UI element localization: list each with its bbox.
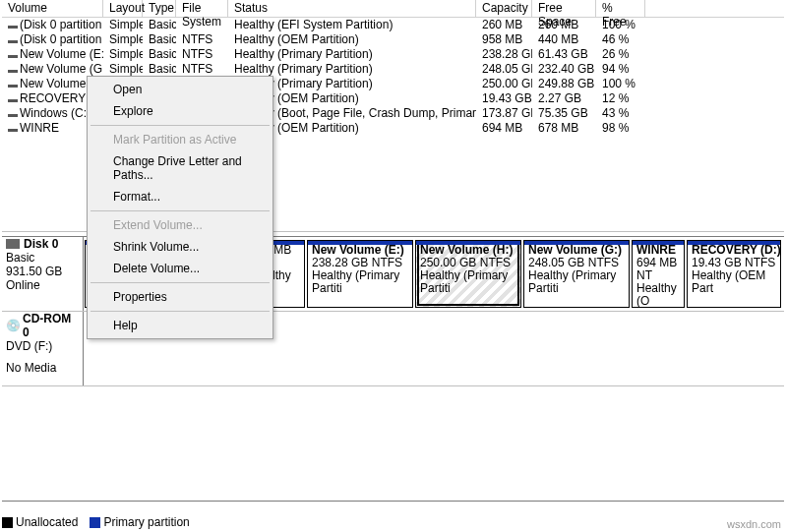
legend-primary-label: Primary partition	[103, 515, 189, 529]
disk-icon	[6, 239, 20, 249]
disk-0-info[interactable]: Disk 0 Basic 931.50 GB Online	[2, 237, 84, 311]
col-capacity[interactable]: Capacity	[476, 0, 532, 17]
partition-block[interactable]: New Volume (E:)238.28 GB NTFSHealthy (Pr…	[307, 240, 413, 308]
table-row[interactable]: (Disk 0 partition 4)SimpleBasicNTFSHealt…	[2, 32, 784, 47]
ctx-open[interactable]: Open	[90, 79, 271, 100]
ctx-format[interactable]: Format...	[90, 186, 271, 207]
col-percentfree[interactable]: % Free	[596, 0, 645, 17]
ctx-delete-volume[interactable]: Delete Volume...	[90, 258, 271, 279]
table-row[interactable]: New Volume (E:)SimpleBasicNTFSHealthy (P…	[2, 47, 784, 62]
context-menu: Open Explore Mark Partition as Active Ch…	[87, 76, 273, 339]
table-row[interactable]: New Volume (G:)SimpleBasicNTFSHealthy (P…	[2, 62, 784, 77]
col-layout[interactable]: Layout	[103, 0, 143, 17]
ctx-properties[interactable]: Properties	[90, 286, 271, 308]
legend: Unallocated Primary partition	[2, 515, 190, 529]
watermark: wsxdn.com	[727, 518, 781, 530]
cdrom-info[interactable]: 💿CD-ROM 0 DVD (F:) No Media	[2, 312, 84, 385]
volume-list-header: Volume Layout Type File System Status Ca…	[2, 0, 784, 18]
legend-unallocated-label: Unallocated	[16, 515, 78, 529]
partition-block[interactable]: New Volume (H:)250.00 GB NTFSHealthy (Pr…	[415, 240, 521, 308]
col-volume[interactable]: Volume	[2, 0, 103, 17]
ctx-change-drive-letter[interactable]: Change Drive Letter and Paths...	[90, 150, 271, 186]
ctx-explore[interactable]: Explore	[90, 100, 271, 122]
partition-block[interactable]: WINRE694 MB NTHealthy (O	[632, 240, 685, 308]
table-row[interactable]: (Disk 0 partition 1)SimpleBasicHealthy (…	[2, 18, 784, 32]
col-filesystem[interactable]: File System	[176, 0, 228, 17]
partition-block[interactable]: New Volume (G:)248.05 GB NTFSHealthy (Pr…	[523, 240, 630, 308]
cdrom-icon: 💿	[6, 319, 21, 332]
col-status[interactable]: Status	[228, 0, 476, 17]
col-type[interactable]: Type	[143, 0, 176, 17]
partition-block[interactable]: RECOVERY (D:)19.43 GB NTFSHealthy (OEM P…	[687, 240, 781, 308]
legend-unallocated-swatch	[2, 517, 13, 528]
ctx-extend-volume: Extend Volume...	[90, 214, 271, 236]
ctx-mark-active: Mark Partition as Active	[90, 129, 271, 150]
ctx-help[interactable]: Help	[90, 315, 271, 336]
legend-primary-swatch	[90, 517, 100, 528]
col-freespace[interactable]: Free Space	[532, 0, 596, 17]
ctx-shrink-volume[interactable]: Shrink Volume...	[90, 236, 271, 258]
